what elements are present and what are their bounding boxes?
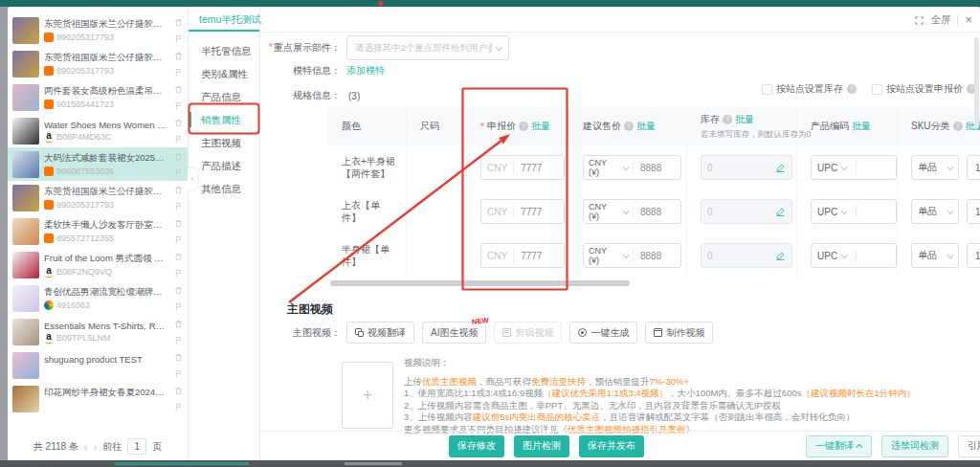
delete-icon[interactable] bbox=[174, 119, 183, 127]
product-list-item[interactable]: Fruit of the Loom 男式圆领 T 恤汗衫,吸… a B08F2N… bbox=[8, 248, 188, 281]
batch-link[interactable]: 批量 bbox=[531, 120, 550, 133]
delete-icon[interactable] bbox=[174, 320, 183, 328]
prev-page-button[interactable]: ‹ bbox=[84, 441, 88, 453]
set-price-by-site-option[interactable]: 按站点设置申报价 ? bbox=[872, 82, 976, 96]
stock-input[interactable]: 0 bbox=[701, 243, 792, 268]
batch-link[interactable]: 批量 bbox=[735, 113, 754, 126]
video-tool-button[interactable]: 剪辑视频 bbox=[494, 322, 562, 344]
edit-icon[interactable] bbox=[775, 251, 786, 261]
delete-icon[interactable] bbox=[174, 152, 183, 161]
declare-price-input[interactable]: CNY 7777 bbox=[480, 199, 565, 224]
sku-type-select[interactable]: 单品 bbox=[911, 243, 959, 268]
product-list-item[interactable]: 印花网纱半身裙女春夏2024新中式纱裙… bbox=[8, 382, 188, 415]
sku-type-select[interactable]: 单品 bbox=[911, 155, 959, 180]
suggest-price-input[interactable]: 8888 bbox=[634, 163, 661, 173]
declare-price-input[interactable]: CNY 7777 bbox=[480, 243, 565, 268]
stock-input[interactable]: 0 bbox=[701, 155, 792, 180]
product-list-item[interactable]: 柔软扶手懒人沙发客厅卧室阳台通用可… 895572712355 bbox=[8, 214, 188, 248]
code-type-select[interactable]: UPC bbox=[812, 163, 856, 173]
fullscreen-button[interactable]: 全屏 bbox=[930, 13, 950, 27]
flag-icon[interactable] bbox=[174, 336, 183, 345]
code-type-select[interactable]: UPC bbox=[812, 207, 856, 217]
delete-icon[interactable] bbox=[174, 85, 183, 94]
product-list-item[interactable]: 青创优品男潮流宽松缎潮牌学生短袖T恤… 4916063 bbox=[8, 281, 188, 315]
one-click-translate-button[interactable]: 一键翻译 bbox=[806, 435, 872, 457]
flag-icon[interactable] bbox=[174, 202, 183, 211]
product-list-item[interactable]: Essentials Mens T-Shirts, Regular-Fit, …… bbox=[8, 315, 188, 348]
checkbox[interactable] bbox=[762, 84, 772, 95]
video-tool-button[interactable]: AI图生视频 NEW bbox=[422, 322, 486, 344]
collapse-panel-handle[interactable]: ‹ bbox=[188, 167, 198, 190]
delete-icon[interactable] bbox=[174, 18, 183, 27]
nav-item-5[interactable]: 产品描述 bbox=[189, 154, 259, 177]
flag-icon[interactable] bbox=[174, 269, 183, 278]
checkbox[interactable] bbox=[872, 84, 882, 95]
delete-icon[interactable] bbox=[174, 186, 183, 194]
nav-item-4[interactable]: 主图视频 bbox=[189, 131, 259, 154]
product-list-item[interactable]: shuguang product TEST bbox=[8, 348, 188, 382]
vertical-scrollbar[interactable] bbox=[974, 37, 979, 128]
next-page-button[interactable]: › bbox=[94, 441, 98, 453]
product-list-item[interactable]: Water Shoes Mens Women Barefoot S… a B08… bbox=[8, 114, 188, 147]
nav-item-2[interactable]: 产品信息 bbox=[189, 85, 259, 108]
sku-type-select[interactable]: 单品 bbox=[911, 199, 959, 224]
nav-item-3[interactable]: 销售属性 bbox=[189, 108, 259, 131]
suggest-currency-select[interactable]: CNY (¥) bbox=[584, 202, 633, 221]
forbidden-words-check-button[interactable]: 违禁词检测 bbox=[881, 435, 948, 457]
code-type-select[interactable]: UPC bbox=[812, 251, 856, 261]
flag-icon[interactable] bbox=[174, 34, 183, 43]
horizontal-scrollbar[interactable] bbox=[330, 280, 630, 286]
save-and-publish-button[interactable]: 保存并发布 bbox=[579, 435, 644, 457]
delete-icon[interactable] bbox=[174, 253, 183, 261]
flag-icon[interactable] bbox=[174, 68, 183, 77]
key-parts-select[interactable]: 请选择其中2个重点部件给到用户参考 bbox=[346, 35, 509, 60]
product-list-item[interactable]: 东莞货祖国版米兰公仔搪胶毛绒挂件衣… 890205317793 bbox=[8, 181, 188, 214]
flag-icon[interactable] bbox=[174, 403, 183, 411]
delete-icon[interactable] bbox=[174, 387, 183, 395]
video-upload-box[interactable]: + bbox=[342, 362, 393, 429]
flag-icon[interactable] bbox=[174, 235, 183, 244]
delete-icon[interactable] bbox=[174, 219, 183, 228]
suggest-currency-select[interactable]: CNY (¥) bbox=[584, 246, 633, 265]
batch-link[interactable]: 批量 bbox=[852, 120, 871, 133]
nav-item-0[interactable]: 半托管信息 bbox=[189, 39, 259, 62]
sku-qty-input[interactable]: 1 bbox=[967, 243, 980, 268]
sku-qty-input[interactable]: 1 bbox=[967, 155, 980, 180]
suggest-price-input[interactable]: 8888 bbox=[634, 207, 661, 217]
product-list-item[interactable]: 东莞货祖国版米兰公仔搪胶毛绒挂件衣… 890205317793 bbox=[8, 47, 188, 80]
close-icon[interactable]: × bbox=[965, 14, 972, 26]
flag-icon[interactable] bbox=[174, 302, 183, 311]
set-stock-by-site-option[interactable]: 按站点设置库存 ? bbox=[762, 82, 857, 96]
flag-icon[interactable] bbox=[174, 101, 183, 110]
flag-icon[interactable] bbox=[174, 135, 183, 144]
image-check-button[interactable]: 图片检测 bbox=[514, 435, 569, 457]
fullscreen-icon[interactable] bbox=[915, 16, 924, 25]
page-number-input[interactable]: 1 bbox=[127, 438, 146, 455]
video-tool-button[interactable]: 一键生成 bbox=[569, 322, 637, 344]
delete-icon[interactable] bbox=[174, 353, 183, 362]
product-list-item[interactable]: 两件套装女高级粉色温柔吊带连衣裙女… 901565441723 bbox=[8, 80, 188, 114]
stock-input[interactable]: 0 bbox=[701, 199, 792, 224]
product-list-panel: 东莞货祖国版米兰公仔搪胶毛绒挂件衣… 890205317793 东莞货祖国版米兰… bbox=[8, 7, 189, 460]
suggest-price-input[interactable]: 8888 bbox=[634, 251, 661, 261]
video-tool-button[interactable]: 制作视频 bbox=[645, 322, 713, 344]
product-list-item[interactable]: 东莞货祖国版米兰公仔搪胶毛绒挂件衣… 890205317793 bbox=[8, 13, 188, 47]
edit-icon[interactable] bbox=[775, 163, 786, 173]
page-suffix: 页 bbox=[152, 440, 162, 454]
nav-item-6[interactable]: 其他信息 bbox=[189, 177, 259, 200]
batch-link[interactable]: 批量 bbox=[636, 120, 656, 133]
product-list-item[interactable]: 大码法式减龄套装裙女2025春季新款小… 906087553036 bbox=[8, 147, 188, 181]
delete-icon[interactable] bbox=[174, 52, 183, 60]
nav-item-1[interactable]: 类别&属性 bbox=[189, 62, 259, 85]
use-template-button[interactable]: 引用模板 bbox=[958, 435, 980, 457]
video-tool-button[interactable]: 视频翻译 bbox=[346, 322, 414, 344]
suggest-currency-select[interactable]: CNY (¥) bbox=[584, 158, 633, 177]
declare-price-input[interactable]: CNY 7777 bbox=[480, 155, 565, 180]
flag-icon[interactable] bbox=[174, 369, 183, 378]
delete-icon[interactable] bbox=[174, 286, 183, 295]
flag-icon[interactable] bbox=[174, 168, 183, 177]
save-changes-button[interactable]: 保存修改 bbox=[449, 435, 504, 457]
edit-icon[interactable] bbox=[775, 207, 786, 217]
sku-qty-input[interactable]: 1 bbox=[967, 199, 980, 224]
add-model-link[interactable]: 添加模特 bbox=[346, 64, 385, 78]
